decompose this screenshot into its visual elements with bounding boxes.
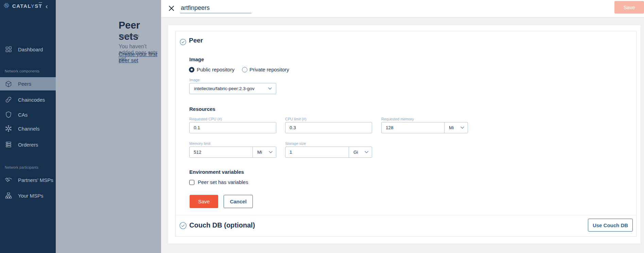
peer-sets-count: 0 peer sets <box>119 33 139 38</box>
brand-logo: CATALYST <box>3 2 42 9</box>
memory-limit-unit-value: Mi <box>257 150 262 155</box>
page-title: Peer sets <box>119 20 161 42</box>
cpu-limit-input[interactable] <box>285 122 372 133</box>
requested-memory-label: Requested memory <box>381 117 414 121</box>
sidebar-item-label: Chaincodes <box>18 97 45 103</box>
private-repository-radio[interactable] <box>242 67 247 72</box>
sidebar-collapse-icon[interactable]: ‹ <box>46 3 48 10</box>
sidebar-item-cas[interactable]: CAs <box>0 108 56 121</box>
cpu-limit-label: CPU limit (#) <box>285 117 306 121</box>
cube-icon <box>5 80 12 88</box>
sidebar-item-your-msps[interactable]: Your MSPs <box>0 189 56 202</box>
sidebar-section-network-participants: Network participants <box>5 165 38 169</box>
form-save-button[interactable]: Save <box>190 195 218 208</box>
dashboard-icon <box>5 46 12 53</box>
image-select[interactable]: intellecteu/fabric-peer:2.3-gov <box>189 83 276 94</box>
chevron-down-icon <box>365 151 368 153</box>
storage-size-label: Storage size <box>285 141 306 146</box>
chain-link-icon <box>5 96 12 103</box>
sidebar-item-chaincodes[interactable]: Chaincodes <box>0 94 56 106</box>
peer-set-name-input[interactable] <box>180 3 251 13</box>
sidebar: CATALYST ‹ Dashboard Network components … <box>0 0 56 253</box>
couchdb-section-title: Couch DB (optional) <box>189 221 255 229</box>
create-first-peer-set-link[interactable]: Create your first peer set <box>119 51 161 64</box>
sidebar-section-network-components: Network components <box>5 69 39 73</box>
org-hierarchy-icon <box>5 192 12 199</box>
section-divider <box>176 215 636 215</box>
sidebar-item-label: Peers <box>18 81 31 87</box>
close-icon <box>169 5 174 11</box>
sidebar-item-orderers[interactable]: Orderers <box>0 138 56 151</box>
sidebar-item-label: Dashboard <box>18 47 43 52</box>
memory-limit-unit-select[interactable]: Mi <box>253 147 276 158</box>
image-select-value: intellecteu/fabric-peer:2.3-gov <box>194 86 255 91</box>
public-repository-radio[interactable] <box>189 67 194 72</box>
memory-limit-group: Mi <box>189 147 276 158</box>
chevron-down-icon <box>268 87 272 90</box>
memory-limit-input[interactable] <box>189 147 253 158</box>
sidebar-item-label: Your MSPs <box>18 193 43 199</box>
requested-memory-unit-value: Mi <box>449 125 454 130</box>
image-select-label: Image <box>189 78 200 82</box>
couchdb-section-check-icon <box>179 222 187 231</box>
requested-cpu-label: Requested CPU (#) <box>189 117 222 121</box>
brand-name: CATALYST <box>12 3 42 9</box>
requested-memory-unit-select[interactable]: Mi <box>444 122 468 133</box>
environment-variables-heading: Environment variables <box>189 169 244 175</box>
sidebar-item-label: CAs <box>18 112 28 118</box>
storage-size-group: Gi <box>285 147 372 158</box>
storage-size-input[interactable] <box>285 147 349 158</box>
use-couchdb-button[interactable]: Use Couch DB <box>588 219 633 232</box>
private-repository-label[interactable]: Private repository <box>249 67 289 72</box>
resources-heading: Resources <box>189 106 215 112</box>
requested-cpu-input[interactable] <box>189 122 276 133</box>
peer-set-has-variables-checkbox[interactable] <box>189 180 194 185</box>
storage-size-unit-value: Gi <box>353 150 358 155</box>
sidebar-item-peers[interactable]: Peers <box>0 77 56 90</box>
chevron-down-icon <box>269 151 273 153</box>
sidebar-item-channels[interactable]: Channels <box>0 122 56 135</box>
sidebar-item-partners-msps[interactable]: Partners’ MSPs <box>0 174 56 186</box>
catalyst-logo-icon <box>3 2 10 9</box>
sidebar-item-label: Partners’ MSPs <box>18 177 53 183</box>
memory-limit-label: Memory limit <box>189 141 210 146</box>
sidebar-item-dashboard[interactable]: Dashboard <box>0 43 56 55</box>
chevron-down-icon <box>460 126 464 129</box>
peer-section-title: Peer <box>189 37 203 44</box>
app-window: CATALYST ‹ Dashboard Network components … <box>0 0 644 253</box>
form-cancel-button[interactable]: Cancel <box>224 195 253 208</box>
sidebar-item-label: Orderers <box>18 142 38 148</box>
close-editor-button[interactable] <box>167 3 176 13</box>
public-repository-label[interactable]: Public repository <box>197 67 234 72</box>
topbar-save-button[interactable]: Save <box>614 1 644 14</box>
peer-section-check-icon <box>180 39 186 47</box>
shield-icon <box>5 111 12 118</box>
peer-set-has-variables-label[interactable]: Peer set has variables <box>198 179 248 185</box>
peer-sets-list-pane: Peer sets 0 peer sets You haven't added … <box>56 0 161 253</box>
requested-memory-input[interactable] <box>381 122 445 133</box>
image-heading: Image <box>189 56 204 62</box>
handshake-icon <box>5 176 12 184</box>
sidebar-item-label: Channels <box>18 126 39 132</box>
storage-size-unit-select[interactable]: Gi <box>349 147 372 158</box>
network-hub-icon <box>5 125 12 132</box>
server-stack-icon <box>5 141 12 148</box>
requested-memory-group: Mi <box>381 122 468 133</box>
